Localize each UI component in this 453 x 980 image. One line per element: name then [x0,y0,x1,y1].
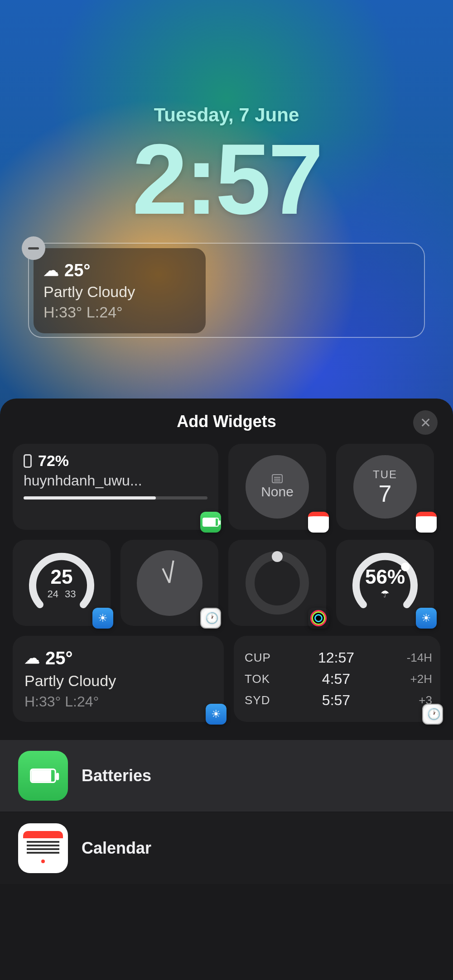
weather-app-badge-icon: ☀︎ [206,704,226,725]
close-icon: ✕ [420,415,431,431]
add-widgets-sheet: Add Widgets ✕ 72% huynhdanh_uwu... [0,399,453,980]
world-clock-row: CUP 12:57 -14H [245,649,432,666]
close-sheet-button[interactable]: ✕ [413,410,438,435]
weather-hilo: H:33° L:24° [43,303,196,321]
weather-widget-placed[interactable]: ☁︎ 25° Partly Cloudy H:33° L:24° [34,248,206,333]
calendar-app-icon [18,823,68,873]
sheet-title: Add Widgets [13,412,440,431]
umbrella-icon: ☂︎ [381,588,390,600]
app-label: Calendar [82,839,151,858]
partly-cloudy-night-icon: ☁︎ [24,649,40,667]
phone-icon [24,454,32,468]
fitness-app-badge-icon [308,608,329,629]
weather-app-badge-icon: ☀︎ [92,608,113,629]
precip-gauge-value: 56% [365,566,405,588]
weather2-hilo: H:33° L:24° [24,693,99,710]
battery-percent: 72% [38,452,69,470]
widget-calendar-none[interactable]: None [228,444,326,530]
widget-world-clock[interactable]: CUP 12:57 -14H TOK 4:57 +2H SYD 5:57 +3 [234,636,440,722]
weather-condition: Partly Cloudy [43,283,196,301]
lock-screen-header: Tuesday, 7 June 2:57 [0,0,453,229]
battery-device-name: huynhdanh_uwu... [24,472,207,489]
widget-weather-summary[interactable]: ☁︎ 25° Partly Cloudy H:33° L:24° ☀︎ [13,636,224,722]
partly-cloudy-night-icon: ☁︎ [43,261,59,279]
clock-app-badge-icon: 🕐 [200,608,221,629]
calendar-dow: TUE [373,468,397,481]
lock-screen-date: Tuesday, 7 June [0,104,453,126]
weather-temp: 25° [64,261,90,280]
temp-gauge-value: 25 [51,566,73,588]
widget-battery[interactable]: 72% huynhdanh_uwu... [13,444,218,530]
calendar-none-label: None [261,484,294,500]
batteries-app-badge-icon [200,512,221,533]
temp-gauge-hi: 33 [65,588,76,600]
widget-analog-clock[interactable]: 🕐 [120,540,218,626]
widget-calendar-date[interactable]: TUE 7 [336,444,434,530]
widget-temp-gauge[interactable]: 25 24 33 ☀︎ [13,540,111,626]
weather2-condition: Partly Cloudy [24,672,116,690]
lock-screen-clock: 2:57 [0,130,453,229]
widget-app-list: Batteries Calendar [0,740,453,884]
clock-app-badge-icon: 🕐 [422,704,443,725]
calendar-day: 7 [379,482,392,505]
weather-app-badge-icon: ☀︎ [416,608,437,629]
widget-activity[interactable] [228,540,326,626]
minus-icon [28,247,39,250]
clock-face-icon [137,550,202,616]
app-row-batteries[interactable]: Batteries [0,740,453,812]
calendar-app-badge-icon [308,512,329,533]
widget-precip-gauge[interactable]: 56% ☂︎ ☀︎ [336,540,434,626]
world-clock-row: TOK 4:57 +2H [245,671,432,687]
calendar-app-badge-icon [416,512,437,533]
temp-gauge-lo: 24 [48,588,58,600]
activity-ring-icon [246,551,309,615]
app-label: Batteries [82,766,151,785]
weather2-temp: 25° [45,648,73,668]
app-row-calendar[interactable]: Calendar [0,812,453,884]
battery-bar [24,496,207,500]
world-clock-row: SYD 5:57 +3 [245,692,432,709]
calendar-empty-icon [272,474,283,483]
widget-slot-container[interactable]: ☁︎ 25° Partly Cloudy H:33° L:24° [28,243,425,338]
batteries-app-icon [18,751,68,801]
remove-widget-button[interactable] [22,236,45,260]
